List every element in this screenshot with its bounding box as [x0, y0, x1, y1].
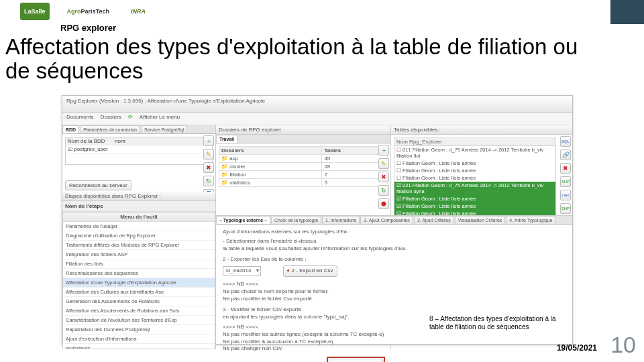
logo-lasalle: LaSalle [20, 3, 50, 20]
menu-item[interactable]: Génération des Assolements de Rotations [63, 297, 215, 306]
menu-item[interactable]: Reconnaissance des séquences [63, 269, 215, 278]
reload-folder-icon[interactable]: ↻ [378, 185, 389, 196]
export-csv-button[interactable]: ♦2 - Export en Csv [283, 265, 337, 277]
select-colonne[interactable]: id_ea2014▾ [223, 266, 261, 276]
intro-line2: - Sélectionner dans l'encadré ci-dessus,… [223, 238, 566, 253]
shp-icon[interactable]: SHP [560, 176, 571, 187]
bdd-grid: Nom de la BDDnom ☑ postgres_user [65, 137, 213, 165]
tab-travail[interactable]: Travail [216, 135, 237, 143]
reload-icon[interactable]: ↻ [203, 176, 214, 186]
edit-folder-icon[interactable]: ✎ [378, 158, 389, 169]
page-number: 10 [610, 332, 636, 358]
stop-icon[interactable]: ⬣ [378, 198, 389, 209]
nb-a: Ne pas choisir le nom exporté pour le fi… [223, 288, 566, 296]
tab-typologie-externe[interactable]: – Typologie externe – [216, 216, 270, 224]
menu-dossiers[interactable]: Dossiers [101, 114, 121, 120]
step2-label: 2 - Exporter les Eas de la colonne : [223, 256, 566, 263]
etapes-header: Étapes disponibles dans RPG Explorer : [62, 192, 215, 201]
dossiers-table: DossiersTables 📁 asp45📁 cluster28📁 filia… [219, 146, 388, 187]
logo-inra: INRA [127, 3, 150, 20]
tab-informations[interactable]: 1. Informations [322, 216, 360, 224]
link-icon[interactable]: 🔗 [560, 149, 571, 160]
tab-params-connexion[interactable]: Paramètres de connexion [80, 125, 140, 133]
remove-icon[interactable]: ✖ [560, 163, 571, 174]
menu-item[interactable]: Ajout d'exécution d'informations [63, 335, 215, 344]
tab-ajout-criteres[interactable]: 3. Ajout Critères [414, 216, 454, 224]
nb2a: Ne pas modifier les autres lignes (excep… [223, 331, 566, 339]
tool-menu-title: Menu de l'outil [63, 213, 215, 222]
menu-item[interactable]: Traitements différés des Modules de RPG … [63, 241, 215, 250]
list-item[interactable]: ☐ Filiation Geom : Liste îlots année [394, 160, 555, 167]
db-icon[interactable]: 🗄 [203, 189, 214, 192]
col-nom: nom [115, 138, 125, 144]
accent-bar [610, 0, 644, 24]
nb2c: Ne pas changer non Csv. [223, 345, 566, 353]
add-icon[interactable]: ＋ [203, 135, 214, 146]
menu-item[interactable]: Paramètres de l'usager [63, 222, 215, 231]
delete-icon[interactable]: ✖ [203, 162, 214, 173]
nb2b: Ne pas modifier & auculoumn à TC excepté… [223, 339, 566, 346]
window-titlebar: Rpg Explorer (Version : 1.3.696) : Affec… [62, 96, 572, 113]
edit-icon[interactable]: ✎ [203, 149, 214, 160]
menu-item[interactable]: Rapatriation des Données PostgreSql [63, 325, 215, 335]
menu-item[interactable]: Affectation des Assolements de Rotations… [63, 306, 215, 316]
menu-item[interactable]: Filiation des îlots [63, 259, 215, 269]
left-icon-column: ＋ ✎ ✖ ↻ 🗄 [203, 135, 214, 192]
refresh-icon[interactable]: ⟳ [128, 114, 133, 120]
lien-badge[interactable]: Lien [560, 190, 571, 200]
table-row[interactable]: 📁 asp45 [219, 155, 388, 163]
menu-bar: Documents Dossiers ⟳ Afficher Le menu [62, 113, 572, 125]
tab-service-postgre[interactable]: Service PostgreSql [141, 125, 188, 133]
menu-item[interactable]: Affectation d'une Typologie d'Exploitati… [63, 278, 215, 288]
tool-menu: Menu de l'outil Paramètres de l'usagerDi… [62, 212, 215, 349]
etape-nom-label: Nom de l'étape [62, 201, 215, 212]
tab-ajout-composantes[interactable]: 2. Ajout Composantes [360, 216, 413, 224]
chevron-down-icon: ▾ [256, 267, 259, 275]
col-nom-bdd: Nom de la BDD [68, 138, 115, 144]
shp2-icon[interactable]: SHP [560, 203, 571, 214]
reconnect-button[interactable]: Reconnexion au serveur [65, 180, 131, 190]
table-row[interactable]: 📁 statistics5 [219, 179, 388, 187]
th-tables: Tables [322, 147, 388, 155]
table-row[interactable]: 📁 cluster28 [219, 163, 388, 171]
slide-title: Affectation des types d'exploitation à l… [5, 35, 604, 84]
delete-folder-icon[interactable]: ✖ [378, 172, 389, 182]
list-item[interactable]: ☑ 021 Filiation Geom : d_75 Années 2014 … [394, 182, 555, 195]
mid-header: Dossiers de RPG explorer [216, 125, 390, 135]
tab-bdd[interactable]: BDD [62, 125, 79, 133]
menu-documents[interactable]: Documents [66, 114, 93, 120]
logo-row: LaSalle AgroParisTech INRA [20, 3, 150, 20]
nb-header: >>>> NB <<<< [223, 281, 566, 288]
slide-subtitle: RPG explorer [60, 23, 116, 33]
nb-b: Ne pas modifier le fichier Csv exporté. [223, 296, 566, 303]
tab-choix-typologie[interactable]: Choix de la typologie [271, 216, 321, 224]
list-item[interactable]: ☐ Filiation Geom : Liste îlots année [394, 174, 555, 182]
list-item[interactable]: ☐ 011 Filiation Geom : d_75 Années 2014 … [394, 146, 555, 160]
slide-date: 19/05/2021 [557, 343, 597, 353]
bdd-user[interactable]: postgres_user [74, 146, 108, 152]
import-csv-button[interactable]: ♦4 - Import du Csv [329, 359, 382, 362]
col-nom-rpg: Nom Rpg_Explorer [394, 137, 556, 145]
list-item[interactable]: ☐ Filiation Geom : Liste îlots année [394, 167, 555, 174]
list-item[interactable]: ☑ Filiation Geom : Liste îlots année [394, 195, 555, 202]
menu-item[interactable]: Intégration des fichiers ASP [63, 250, 215, 259]
right-header: Tables disponibles : [391, 125, 572, 135]
app-window: Rpg Explorer (Version : 1.3.696) : Affec… [62, 95, 573, 345]
footnote-8: 8 – Affectation des types d'exploitation… [429, 315, 557, 331]
menu-item[interactable]: Affectation des Cultures aux identifiant… [63, 288, 215, 297]
tab-arbre-typologique[interactable]: 4. Arbre Typologique [506, 216, 555, 224]
left-tabs: BDD Paramètres de connexion Service Post… [62, 125, 215, 134]
table-row[interactable]: 📁 filiation7 [219, 171, 388, 179]
tab-visualisation-criteres[interactable]: Visualisation Critères [455, 216, 506, 224]
menu-item[interactable]: Caractérisation de l'évolution des Terri… [63, 316, 215, 325]
list-item[interactable]: ☑ Filiation Geom : Liste îlots année [394, 202, 555, 210]
add-folder-icon[interactable]: ＋ [378, 145, 389, 156]
sql-icon[interactable]: SQL [560, 136, 571, 147]
menu-item[interactable]: Diagramme d'utilisation de Rpg Explorer [63, 231, 215, 241]
intro-line1: Ajout d'informations externes sur les ty… [223, 229, 566, 236]
menu-afficher[interactable]: Afficher Le menu [140, 114, 180, 120]
th-dossiers: Dossiers [219, 147, 322, 155]
menu-item[interactable]: Indicateurs [63, 344, 215, 349]
logo-agroparistech: AgroParisTech [63, 3, 113, 20]
